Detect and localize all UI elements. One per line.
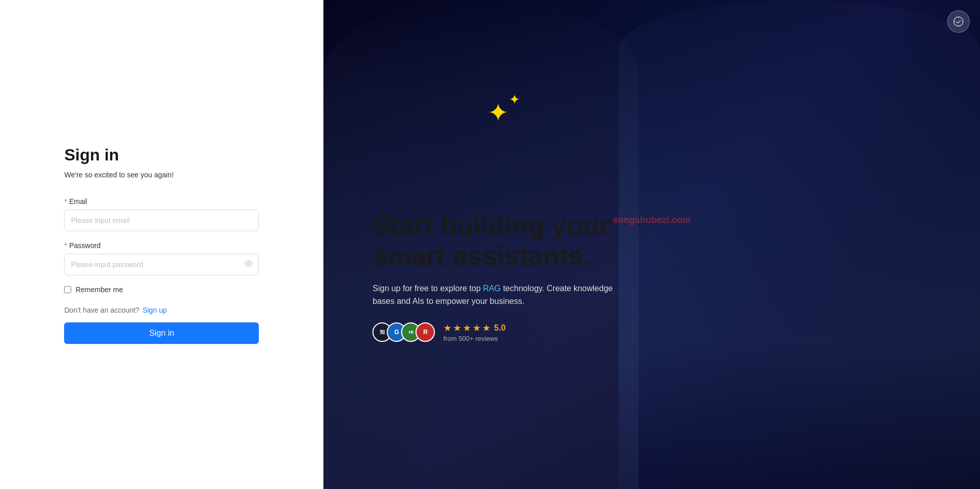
- star-4: ★: [473, 322, 481, 334]
- email-required-star: *: [64, 197, 67, 206]
- sign-up-link[interactable]: Sign up: [142, 306, 167, 314]
- form-container: Sign in We're so excited to see you agai…: [64, 146, 259, 344]
- page-title: Sign in: [64, 146, 259, 165]
- left-panel: Sign in We're so excited to see you agai…: [0, 0, 323, 489]
- email-label: * Email: [64, 197, 259, 206]
- right-panel: ✦✦ Start building your smart assistants.…: [323, 0, 980, 489]
- remember-label[interactable]: Remember me: [75, 286, 123, 294]
- sparkle-large: ✦✦: [487, 98, 509, 128]
- star-3: ★: [463, 322, 471, 334]
- remember-checkbox[interactable]: [64, 286, 71, 293]
- avatar-group: 知 G HI R: [373, 322, 435, 342]
- rating-number: 5.0: [494, 323, 505, 333]
- reviews-text: from 500+ reviews: [443, 335, 505, 342]
- star-1: ★: [443, 322, 452, 334]
- avatar-4: R: [416, 322, 435, 342]
- svg-point-1: [954, 17, 963, 26]
- sparkle-small: ✦: [509, 92, 520, 108]
- logo-icon: [947, 10, 970, 33]
- password-label: * Password: [64, 241, 259, 250]
- email-input[interactable]: [64, 210, 259, 231]
- star-2: ★: [453, 322, 461, 334]
- svg-point-0: [248, 262, 250, 264]
- remember-me-row: Remember me: [64, 286, 259, 294]
- hero-subtitle: Sign up for free to explore top RAG tech…: [373, 282, 629, 308]
- rag-highlight: RAG: [483, 284, 501, 293]
- review-row: 知 G HI R ★ ★ ★ ★ ★ 5.0 from 500+ reviews: [373, 322, 931, 342]
- stars-row: ★ ★ ★ ★ ★ 5.0: [443, 322, 505, 334]
- sparkle-decoration: ✦✦: [487, 98, 509, 128]
- password-group: * Password: [64, 241, 259, 275]
- star-5: ★: [482, 322, 491, 334]
- eye-icon[interactable]: [244, 259, 253, 270]
- no-account-text: Don't have an account?: [64, 306, 139, 314]
- hero-title: Start building your smart assistants.: [373, 210, 931, 272]
- sign-in-button[interactable]: Sign in: [64, 322, 259, 344]
- password-wrapper: [64, 254, 259, 275]
- password-required-star: *: [64, 241, 67, 250]
- stars-container: ★ ★ ★ ★ ★ 5.0 from 500+ reviews: [443, 322, 505, 342]
- right-content: Start building your smart assistants. Si…: [373, 210, 931, 342]
- page-subtitle: We're so excited to see you again!: [64, 171, 259, 179]
- password-input[interactable]: [64, 254, 259, 275]
- email-group: * Email: [64, 197, 259, 231]
- no-account-row: Don't have an account? Sign up: [64, 306, 259, 314]
